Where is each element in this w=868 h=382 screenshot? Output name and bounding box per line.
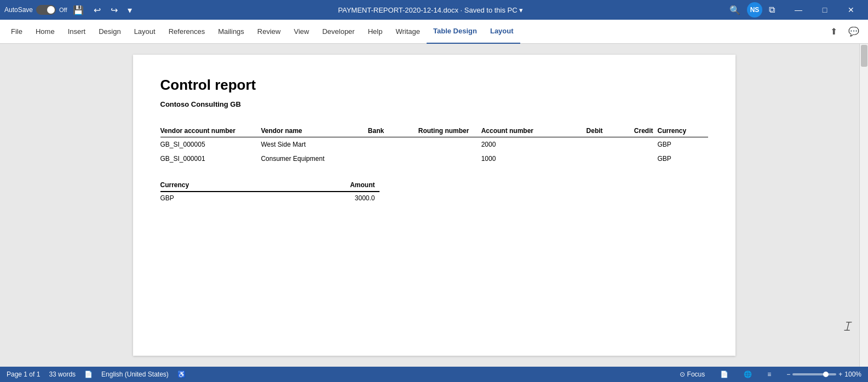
tab-writage[interactable]: Writage — [389, 20, 427, 44]
status-bar: Page 1 of 1 33 words 📄 English (United S… — [0, 367, 868, 382]
undo-icon[interactable]: ↩ — [91, 3, 103, 18]
cell-vendor-account-1: GB_SI_000005 — [160, 137, 261, 152]
tab-home[interactable]: Home — [29, 20, 61, 44]
cell-vendor-name-2: Consumer Equipment — [261, 152, 367, 166]
tab-references[interactable]: References — [162, 20, 211, 44]
autosave-state: Off — [59, 7, 67, 13]
summary-cell-currency: GBP — [160, 192, 297, 204]
cell-vendor-account-2: GB_SI_000001 — [160, 152, 261, 166]
title-bar-right: 🔍 NS ⧉ — □ ✕ — [727, 0, 864, 20]
status-bar-right: ⊙ Focus 📄 🌐 ≡ − + 100% — [680, 371, 861, 378]
tab-mailings[interactable]: Mailings — [211, 20, 251, 44]
zoom-percent: 100% — [844, 371, 861, 378]
minimize-button[interactable]: — — [786, 0, 811, 20]
cell-account-1: 2000 — [481, 137, 557, 152]
col-currency: Currency — [658, 125, 708, 137]
col-bank: Bank — [368, 125, 418, 137]
document-report-title: Control report — [160, 77, 708, 94]
col-routing-number: Routing number — [418, 125, 481, 137]
accessibility-icon[interactable]: ♿ — [177, 371, 186, 378]
vertical-scrollbar[interactable] — [859, 44, 868, 367]
col-account-number: Account number — [481, 125, 557, 137]
window-controls: — □ ✕ — [786, 0, 864, 20]
cell-bank-2 — [368, 152, 418, 166]
autosave-label: AutoSave — [4, 6, 33, 14]
main-table: Vendor account number Vendor name Bank R… — [160, 125, 708, 166]
comments-icon[interactable]: 💬 — [844, 24, 864, 39]
col-debit: Debit — [557, 125, 607, 137]
view-print-icon[interactable]: 📄 — [720, 371, 728, 378]
zoom-out-icon[interactable]: − — [786, 371, 790, 378]
user-avatar[interactable]: NS — [747, 2, 762, 18]
cell-currency-2: GBP — [658, 152, 708, 166]
summary-col-amount: Amount — [297, 179, 380, 192]
zoom-slider-thumb[interactable] — [823, 372, 829, 377]
search-icon[interactable]: 🔍 — [727, 3, 743, 18]
title-bar-left: AutoSave Off 💾 ↩ ↪ ▾ — [4, 3, 134, 18]
summary-table: Currency Amount GBP 3000.0 — [160, 179, 380, 204]
tab-view[interactable]: View — [287, 20, 315, 44]
content-area: Control report Contoso Consulting GB Ven… — [0, 44, 868, 367]
autosave-toggle[interactable] — [36, 5, 56, 15]
ribbon: File Home Insert Design Layout Reference… — [0, 20, 868, 44]
cell-debit-2 — [557, 152, 607, 166]
share-icon[interactable]: ⬆ — [826, 24, 842, 39]
redo-icon[interactable]: ↪ — [108, 3, 120, 18]
document-subtitle: Contoso Consulting GB — [160, 100, 708, 108]
cell-vendor-name-1: West Side Mart — [261, 137, 367, 152]
ribbon-right: ⬆ 💬 — [826, 24, 864, 39]
title-bar: AutoSave Off 💾 ↩ ↪ ▾ PAYMENT-REPORT-2020… — [0, 0, 868, 20]
more-icon[interactable]: ▾ — [125, 3, 134, 18]
table-row: GB_SI_000001 Consumer Equipment 1000 GBP — [160, 152, 708, 166]
cell-bank-1 — [368, 137, 418, 152]
zoom-in-icon[interactable]: + — [838, 371, 842, 378]
col-vendor-name: Vendor name — [261, 125, 367, 137]
restore-down-icon[interactable]: ⧉ — [767, 3, 777, 17]
cell-account-2: 1000 — [481, 152, 557, 166]
tab-layout[interactable]: Layout — [128, 20, 162, 44]
cell-credit-2 — [607, 152, 658, 166]
summary-cell-amount: 3000.0 — [297, 192, 380, 204]
cell-credit-1 — [607, 137, 658, 152]
save-status: · Saved to this PC ▾ — [461, 6, 524, 14]
cursor-icon: 𝙸 — [842, 319, 852, 334]
tab-table-design[interactable]: Table Design — [427, 20, 484, 44]
word-count: 33 words — [49, 371, 76, 378]
view-outline-icon[interactable]: ≡ — [767, 371, 771, 378]
proofing-icon[interactable]: 📄 — [84, 371, 93, 378]
cell-debit-1 — [557, 137, 607, 152]
quick-access-icons: 💾 ↩ ↪ ▾ — [71, 3, 134, 18]
tab-layout-active[interactable]: Layout — [484, 20, 520, 44]
tab-design[interactable]: Design — [92, 20, 127, 44]
save-icon[interactable]: 💾 — [71, 3, 86, 18]
close-button[interactable]: ✕ — [838, 0, 864, 20]
tab-file[interactable]: File — [4, 20, 29, 44]
focus-button[interactable]: ⊙ Focus — [680, 371, 705, 378]
scroll-area[interactable]: Control report Contoso Consulting GB Ven… — [0, 44, 868, 367]
scrollbar-thumb[interactable] — [861, 45, 867, 67]
tab-insert[interactable]: Insert — [61, 20, 93, 44]
table-row: GB_SI_000005 West Side Mart 2000 GBP — [160, 137, 708, 152]
tab-review[interactable]: Review — [251, 20, 288, 44]
cell-currency-1: GBP — [658, 137, 708, 152]
maximize-button[interactable]: □ — [812, 0, 837, 20]
language[interactable]: English (United States) — [101, 371, 169, 378]
cell-routing-1 — [418, 137, 481, 152]
page-info: Page 1 of 1 — [7, 371, 40, 378]
zoom-control[interactable]: − + 100% — [786, 371, 861, 378]
tab-help[interactable]: Help — [361, 20, 389, 44]
tab-developer[interactable]: Developer — [315, 20, 361, 44]
col-vendor-account: Vendor account number — [160, 125, 261, 137]
summary-row: GBP 3000.0 — [160, 192, 380, 204]
document-title: PAYMENT-REPORT-2020-12-14.docx — [338, 6, 458, 14]
cell-routing-2 — [418, 152, 481, 166]
zoom-slider[interactable] — [792, 373, 836, 375]
document-page: Control report Contoso Consulting GB Ven… — [133, 55, 735, 356]
view-web-icon[interactable]: 🌐 — [744, 371, 752, 378]
col-credit: Credit — [607, 125, 658, 137]
title-bar-center: PAYMENT-REPORT-2020-12-14.docx · Saved t… — [134, 6, 727, 14]
summary-col-currency: Currency — [160, 179, 297, 192]
